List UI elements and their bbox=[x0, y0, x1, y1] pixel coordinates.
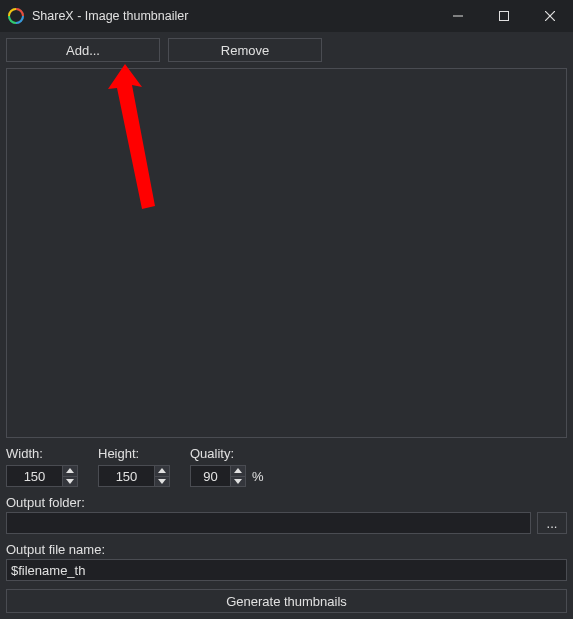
width-label: Width: bbox=[6, 446, 78, 461]
window: ShareX - Image thumbnailer Add... Remove bbox=[0, 0, 573, 619]
chevron-down-icon bbox=[234, 479, 242, 484]
width-spin-buttons[interactable] bbox=[62, 465, 78, 487]
minimize-button[interactable] bbox=[435, 0, 481, 32]
output-filename-input[interactable] bbox=[6, 559, 567, 581]
svg-marker-6 bbox=[66, 468, 74, 473]
svg-marker-11 bbox=[234, 479, 242, 484]
quality-spin-up[interactable] bbox=[231, 466, 245, 477]
width-spin-up[interactable] bbox=[63, 466, 77, 477]
width-input[interactable] bbox=[6, 465, 62, 487]
maximize-icon bbox=[499, 11, 509, 21]
output-folder-input[interactable] bbox=[6, 512, 531, 534]
maximize-button[interactable] bbox=[481, 0, 527, 32]
svg-marker-8 bbox=[158, 468, 166, 473]
height-spin-up[interactable] bbox=[155, 466, 169, 477]
width-spin-down[interactable] bbox=[63, 477, 77, 487]
chevron-down-icon bbox=[66, 479, 74, 484]
top-button-row: Add... Remove bbox=[6, 38, 567, 62]
quality-suffix: % bbox=[252, 469, 264, 484]
quality-setting: Quality: % bbox=[190, 446, 264, 487]
output-filename-field: Output file name: bbox=[6, 542, 567, 581]
close-icon bbox=[545, 11, 555, 21]
quality-spin-down[interactable] bbox=[231, 477, 245, 487]
svg-marker-5 bbox=[108, 64, 155, 209]
generate-button[interactable]: Generate thumbnails bbox=[6, 589, 567, 613]
svg-marker-7 bbox=[66, 479, 74, 484]
chevron-up-icon bbox=[234, 468, 242, 473]
quality-spinner[interactable] bbox=[190, 465, 246, 487]
height-spin-down[interactable] bbox=[155, 477, 169, 487]
output-filename-label: Output file name: bbox=[6, 542, 567, 557]
width-spinner[interactable] bbox=[6, 465, 78, 487]
svg-marker-9 bbox=[158, 479, 166, 484]
height-label: Height: bbox=[98, 446, 170, 461]
chevron-down-icon bbox=[158, 479, 166, 484]
height-spinner[interactable] bbox=[98, 465, 170, 487]
quality-label: Quality: bbox=[190, 446, 264, 461]
close-button[interactable] bbox=[527, 0, 573, 32]
annotation-arrow bbox=[47, 39, 167, 239]
file-listbox[interactable] bbox=[6, 68, 567, 438]
svg-rect-2 bbox=[500, 12, 509, 21]
sharex-logo-icon bbox=[8, 8, 24, 24]
height-input[interactable] bbox=[98, 465, 154, 487]
output-folder-label: Output folder: bbox=[6, 495, 567, 510]
browse-button[interactable]: ... bbox=[537, 512, 567, 534]
chevron-up-icon bbox=[66, 468, 74, 473]
dimension-settings-row: Width: Height: bbox=[6, 446, 567, 487]
quality-input[interactable] bbox=[190, 465, 230, 487]
height-setting: Height: bbox=[98, 446, 170, 487]
add-button[interactable]: Add... bbox=[6, 38, 160, 62]
height-spin-buttons[interactable] bbox=[154, 465, 170, 487]
window-title: ShareX - Image thumbnailer bbox=[32, 9, 188, 23]
content-area: Add... Remove Width: Heigh bbox=[0, 32, 573, 619]
chevron-up-icon bbox=[158, 468, 166, 473]
svg-marker-10 bbox=[234, 468, 242, 473]
titlebar[interactable]: ShareX - Image thumbnailer bbox=[0, 0, 573, 32]
remove-button[interactable]: Remove bbox=[168, 38, 322, 62]
quality-spin-buttons[interactable] bbox=[230, 465, 246, 487]
width-setting: Width: bbox=[6, 446, 78, 487]
minimize-icon bbox=[453, 11, 463, 21]
output-folder-field: Output folder: ... bbox=[6, 495, 567, 534]
